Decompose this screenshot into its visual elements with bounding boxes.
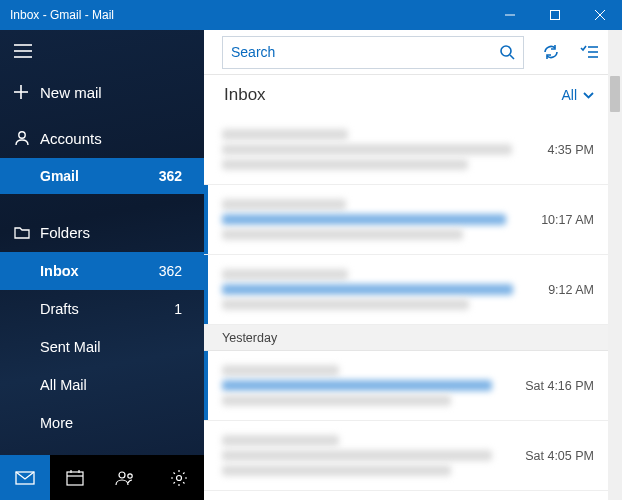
message-item[interactable]: Sat 4:16 PM (204, 351, 608, 421)
message-list: 4:35 PM10:17 AM9:12 AMYesterdaySat 4:16 … (204, 115, 622, 500)
svg-rect-11 (67, 472, 83, 485)
folder-drafts[interactable]: Drafts1 (0, 290, 204, 328)
people-tab[interactable] (100, 455, 150, 500)
message-preview (208, 423, 525, 488)
settings-button[interactable] (154, 455, 204, 500)
hamburger-button[interactable] (0, 30, 204, 72)
folder-label: Sent Mail (40, 339, 182, 355)
mail-tab[interactable] (0, 455, 50, 500)
plus-icon (14, 85, 40, 99)
message-time: 4:35 PM (547, 143, 594, 157)
svg-line-22 (510, 55, 514, 59)
search-icon[interactable] (499, 44, 515, 60)
search-input[interactable] (231, 44, 499, 60)
message-time: Sat 4:05 PM (525, 449, 594, 463)
svg-point-19 (128, 473, 132, 477)
new-mail-label: New mail (40, 84, 204, 101)
folder-inbox[interactable]: Inbox362 (0, 252, 204, 290)
message-item[interactable]: Sat 4:05 PM (204, 421, 608, 491)
folder-icon (14, 226, 40, 239)
group-header: Yesterday (204, 325, 608, 351)
filter-label: All (561, 87, 577, 103)
svg-point-9 (19, 132, 25, 138)
content-pane: Inbox All 4:35 PM10:17 AM9:12 AMYesterda… (204, 30, 622, 500)
svg-point-18 (119, 472, 125, 478)
message-preview (208, 353, 525, 418)
message-preview (208, 257, 548, 322)
svg-point-21 (501, 46, 511, 56)
list-title: Inbox (224, 85, 561, 105)
sync-button[interactable] (532, 36, 570, 69)
close-button[interactable] (577, 0, 622, 30)
title-bar: Inbox - Gmail - Mail (0, 0, 622, 30)
account-name: Gmail (40, 168, 159, 184)
folder-label: Drafts (40, 301, 174, 317)
minimize-button[interactable] (487, 0, 532, 30)
window-title: Inbox - Gmail - Mail (10, 8, 114, 22)
search-box[interactable] (222, 36, 524, 69)
folder-all-mail[interactable]: All Mail (0, 366, 204, 404)
message-preview (208, 117, 547, 182)
folders-label: Folders (40, 224, 204, 241)
folder-label: More (40, 415, 182, 431)
select-mode-button[interactable] (570, 36, 608, 69)
message-time: 9:12 AM (548, 283, 594, 297)
chevron-down-icon (583, 92, 594, 99)
folder-count: 1 (174, 301, 204, 317)
folder-count: 362 (159, 263, 204, 279)
bottom-bar (0, 455, 204, 500)
account-gmail[interactable]: Gmail 362 (0, 158, 204, 194)
folders-header[interactable]: Folders (0, 212, 204, 252)
message-preview (208, 187, 541, 252)
calendar-tab[interactable] (50, 455, 100, 500)
svg-point-20 (177, 475, 182, 480)
folder-sent-mail[interactable]: Sent Mail (0, 328, 204, 366)
message-item[interactable]: 10:17 AM (204, 185, 608, 255)
message-item[interactable]: 4:35 PM (204, 115, 608, 185)
accounts-header[interactable]: Accounts (0, 118, 204, 158)
accounts-label: Accounts (40, 130, 204, 147)
folder-more[interactable]: More (0, 404, 204, 442)
folder-label: All Mail (40, 377, 182, 393)
scrollbar-thumb[interactable] (610, 76, 620, 112)
folder-label: Inbox (40, 263, 159, 279)
toolbar (204, 30, 622, 75)
person-icon (14, 130, 40, 146)
maximize-button[interactable] (532, 0, 577, 30)
sidebar: New mail Accounts Gmail 362 Folders Inbo… (0, 30, 204, 500)
message-time: Sat 4:16 PM (525, 379, 594, 393)
filter-dropdown[interactable]: All (561, 87, 594, 103)
message-item[interactable]: 9:12 AM (204, 255, 608, 325)
svg-rect-1 (550, 11, 559, 20)
list-header: Inbox All (204, 75, 622, 115)
new-mail-button[interactable]: New mail (0, 72, 204, 112)
account-count: 362 (159, 168, 204, 184)
message-time: 10:17 AM (541, 213, 594, 227)
